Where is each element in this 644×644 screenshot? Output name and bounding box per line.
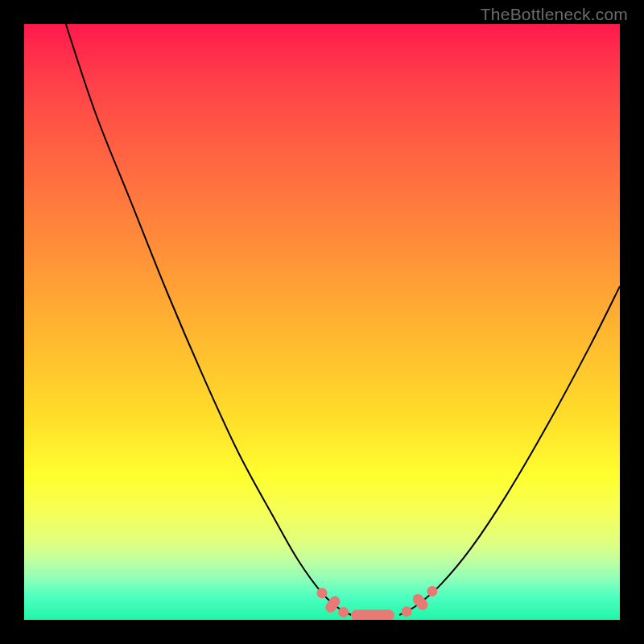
marker-dot: [427, 586, 437, 597]
marker-dot: [338, 607, 349, 617]
marker-dot: [402, 606, 412, 617]
attribution-text: TheBottleneck.com: [481, 5, 628, 24]
chart-frame: TheBottleneck.com: [0, 0, 644, 644]
curve-svg: [24, 24, 620, 620]
marker-pill: [411, 592, 430, 612]
plot-area: [24, 24, 620, 620]
marker-group: [317, 586, 438, 620]
marker-pill: [351, 610, 394, 620]
right-curve: [399, 287, 620, 615]
marker-dot: [317, 588, 328, 598]
left-curve: [66, 24, 352, 615]
